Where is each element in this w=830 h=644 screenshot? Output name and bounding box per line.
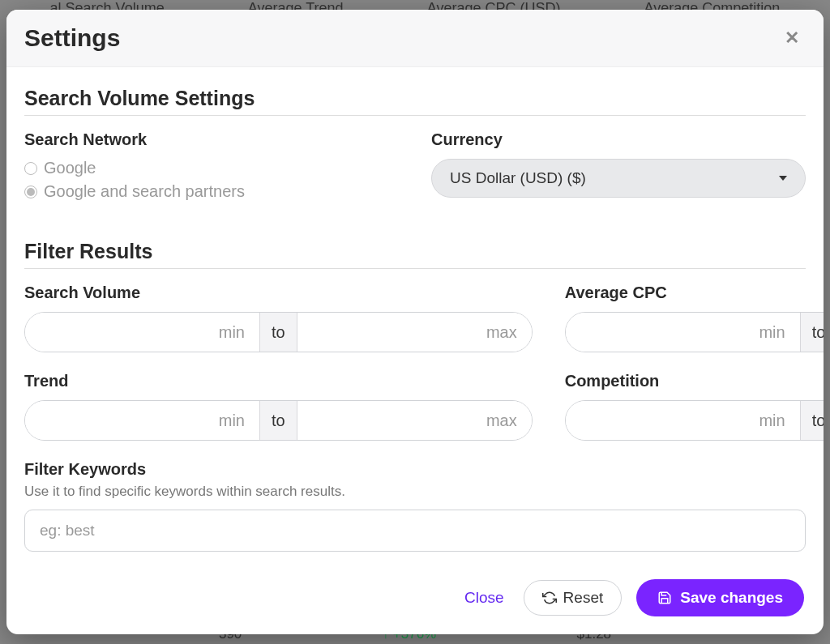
competition-min-input[interactable]	[566, 401, 800, 440]
close-button[interactable]: Close	[460, 582, 509, 613]
reset-button[interactable]: Reset	[524, 580, 622, 616]
search-volume-max-input[interactable]	[297, 313, 532, 352]
chevron-down-icon	[779, 176, 787, 181]
modal-footer: Close Reset Save changes	[6, 565, 824, 634]
search-volume-min-input[interactable]	[25, 313, 259, 352]
trend-range: to	[24, 400, 533, 441]
average-cpc-min-input[interactable]	[566, 313, 800, 352]
section-search-volume-settings: Search Volume Settings	[24, 75, 806, 116]
range-separator: to	[259, 313, 297, 352]
modal-body: Search Volume Settings Search Network Go…	[6, 67, 824, 565]
search-volume-range: to	[24, 312, 533, 352]
save-icon	[657, 591, 672, 605]
radio-icon	[24, 186, 37, 198]
section-filter-results: Filter Results	[24, 228, 806, 269]
reset-button-label: Reset	[563, 589, 604, 607]
radio-icon	[24, 162, 37, 175]
search-network-label: Search Network	[24, 130, 399, 149]
modal-title: Settings	[24, 24, 120, 52]
competition-range: to	[565, 400, 824, 441]
radio-google[interactable]: Google	[24, 159, 399, 177]
save-button-label: Save changes	[680, 589, 783, 607]
trend-max-input[interactable]	[297, 401, 532, 440]
currency-selected-value: US Dollar (USD) ($)	[450, 169, 586, 187]
close-icon[interactable]: ✕	[778, 24, 806, 52]
currency-select[interactable]: US Dollar (USD) ($)	[431, 159, 806, 198]
range-separator: to	[800, 313, 824, 352]
competition-range-label: Competition	[565, 372, 824, 390]
radio-google-partners-label: Google and search partners	[44, 182, 245, 201]
trend-range-label: Trend	[24, 372, 533, 390]
range-separator: to	[259, 401, 297, 440]
save-changes-button[interactable]: Save changes	[636, 579, 804, 616]
modal-header: Settings ✕	[6, 10, 824, 67]
filter-keywords-help: Use it to find specific keywords within …	[24, 484, 806, 500]
search-volume-range-label: Search Volume	[24, 284, 533, 302]
range-separator: to	[800, 401, 824, 440]
trend-min-input[interactable]	[25, 401, 259, 440]
filter-keywords-label: Filter Keywords	[24, 460, 806, 479]
average-cpc-range-label: Average CPC	[565, 284, 824, 302]
radio-google-partners[interactable]: Google and search partners	[24, 182, 399, 201]
average-cpc-range: to	[565, 312, 824, 352]
filter-keywords-input[interactable]	[24, 510, 806, 552]
settings-modal: Settings ✕ Search Volume Settings Search…	[6, 10, 824, 634]
reset-icon	[542, 591, 557, 605]
radio-google-label: Google	[44, 159, 96, 177]
currency-label: Currency	[431, 130, 806, 149]
